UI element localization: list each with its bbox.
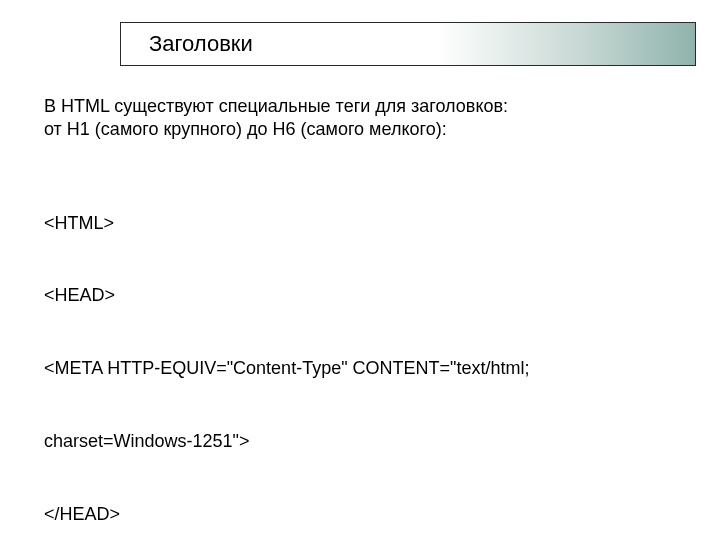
slide-title: Заголовки (149, 31, 253, 57)
intro-line-1: В HTML существуют специальные теги для з… (44, 95, 680, 118)
intro-text: В HTML существуют специальные теги для з… (44, 95, 680, 142)
code-line: </HEAD> (44, 502, 680, 526)
code-block: <HTML> <HEAD> <META HTTP-EQUIV="Content-… (44, 162, 680, 540)
code-line: <META HTTP-EQUIV="Content-Type" CONTENT=… (44, 356, 680, 380)
code-line: <HEAD> (44, 283, 680, 307)
intro-line-2: от H1 (самого крупного) до H6 (самого ме… (44, 118, 680, 141)
slide: Заголовки В HTML существуют специальные … (0, 0, 720, 540)
code-line: charset=Windows-1251"> (44, 429, 680, 453)
code-line: <HTML> (44, 211, 680, 235)
title-bar: Заголовки (120, 22, 696, 66)
